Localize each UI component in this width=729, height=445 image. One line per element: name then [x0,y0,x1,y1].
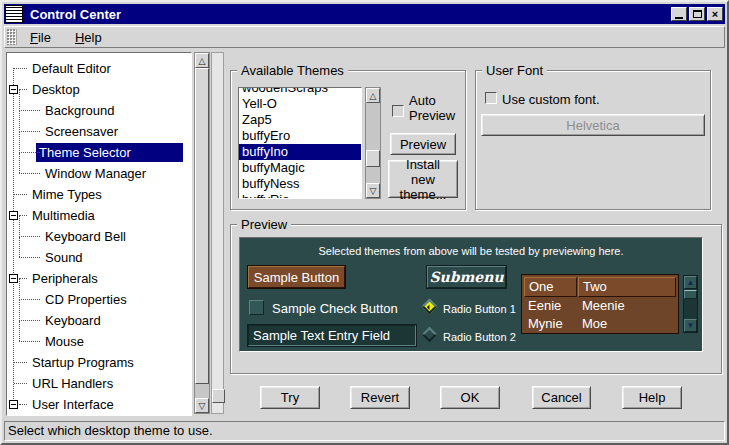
theme-list-item[interactable]: buffyMagic [239,160,361,176]
use-custom-font-checkbox[interactable] [485,92,497,104]
ok-button[interactable]: OK [440,386,500,409]
user-font-group: User Font Use custom font. Helvetica [475,70,711,210]
preview-label: Preview [237,217,291,232]
theme-list-item[interactable]: buffyIno [239,144,361,160]
sidebar-item-background[interactable]: Background [7,100,191,121]
sidebar-item-startup-programs[interactable]: Startup Programs [7,352,191,373]
preview-table-header: OneTwo [522,275,678,297]
scroll-down-icon[interactable] [366,183,380,198]
table-row[interactable]: EenieMeenie [522,297,678,315]
install-new-theme-button[interactable]: Install new theme... [388,160,458,198]
table-row[interactable]: MynieMoe [522,315,678,333]
sidebar-item-mime-types[interactable]: Mime Types [7,184,191,205]
sidebar-item-theme-selector[interactable]: Theme Selector [7,142,191,163]
table-cell: Mynie [524,315,578,333]
maximize-button[interactable] [689,7,705,21]
preview-table-header-cell[interactable]: Two [578,277,676,297]
table-cell: Meenie [578,297,676,315]
tree-expander-icon[interactable] [9,85,18,94]
pane-divider [211,52,224,414]
preview-table-body: EenieMeenieMynieMoe [522,297,678,333]
tree-expander-icon[interactable] [9,211,18,220]
scroll-down-icon[interactable] [684,319,697,332]
sidebar-scrollbar-thumb[interactable] [195,68,209,384]
tree-item-label: Startup Programs [29,353,137,372]
scroll-down-icon[interactable] [195,398,209,413]
sample-button[interactable]: Sample Button [248,266,345,288]
table-cell: Eenie [524,297,578,315]
sample-text-entry[interactable]: Sample Text Entry Field [248,325,416,346]
available-themes-label: Available Themes [237,63,348,78]
sidebar-item-desktop[interactable]: Desktop [7,79,191,100]
tree-item-label: Mime Types [29,185,105,204]
radio-button-1-label: Radio Button 1 [443,303,516,315]
help-button[interactable]: Help [622,386,682,409]
tree-item-label: Sound [42,248,86,267]
menu-help[interactable]: Help [68,27,109,48]
menubar-drag-handle-icon[interactable] [7,29,17,45]
sidebar-item-sound[interactable]: Sound [7,247,191,268]
theme-preview-panel: Selected themes from above will be teste… [239,237,703,352]
window-menu-icon[interactable] [5,5,23,23]
theme-list-item[interactable]: Zap5 [239,112,361,128]
table-cell: Moe [578,315,676,333]
tree-expander-icon[interactable] [9,400,18,409]
sidebar-item-cd-properties[interactable]: CD Properties [7,289,191,310]
sample-checkbox[interactable] [249,300,264,315]
tree-item-label: User Interface [29,395,117,414]
theme-list-item[interactable]: buffyRio [239,192,361,199]
try-button[interactable]: Try [260,386,320,409]
tree-item-label: Screensaver [42,122,121,141]
revert-button[interactable]: Revert [350,386,410,409]
sidebar-item-keyboard[interactable]: Keyboard [7,310,191,331]
menu-file[interactable]: File [23,27,58,48]
sidebar-tree-panel: Default EditorDesktopBackgroundScreensav… [6,52,192,416]
tree-item-label: Window Manager [42,164,149,183]
preview-table: OneTwo EenieMeenieMynieMoe [521,274,679,334]
control-center-window: Control Center × File Help Default Edito… [0,0,729,445]
preview-table-header-cell[interactable]: One [524,277,577,297]
sidebar-item-peripherals[interactable]: Peripherals [7,268,191,289]
sidebar-item-default-editor[interactable]: Default Editor [7,58,191,79]
user-font-label: User Font [482,63,547,78]
sidebar-item-user-interface[interactable]: User Interface [7,394,191,415]
font-picker-button: Helvetica [481,114,705,136]
tree-expander-icon[interactable] [9,274,18,283]
sidebar-item-window-manager[interactable]: Window Manager [7,163,191,184]
theme-list-scrollbar-thumb[interactable] [366,150,380,167]
scroll-up-icon[interactable] [195,53,209,68]
cancel-button[interactable]: Cancel [532,386,591,409]
sidebar-item-screensaver[interactable]: Screensaver [7,121,191,142]
scroll-up-icon[interactable] [684,276,697,289]
sidebar-item-url-handlers[interactable]: URL Handlers [7,373,191,394]
window-controls: × [671,7,723,21]
theme-list-item[interactable]: woodenScraps [239,87,361,96]
theme-selector-page: Available Themes woodenScrapsYell-OZap5b… [224,49,725,420]
sidebar-item-multimedia[interactable]: Multimedia [7,205,191,226]
sidebar-item-keyboard-bell[interactable]: Keyboard Bell [7,226,191,247]
radio-button-2[interactable] [422,327,438,343]
sidebar-vertical-scrollbar[interactable] [194,52,210,414]
maximize-icon [693,10,702,18]
preview-table-scrollbar-thumb[interactable] [684,290,697,299]
theme-list-item[interactable]: buffyEro [239,128,361,144]
scroll-up-icon[interactable] [366,88,380,103]
radio-button-1[interactable] [422,299,438,315]
radio-button-2-label: Radio Button 2 [443,331,516,343]
auto-preview-checkbox[interactable] [392,105,404,117]
theme-list: woodenScrapsYell-OZap5buffyErobuffyInobu… [239,87,361,199]
preview-button[interactable]: Preview [390,133,456,155]
theme-list-scrollbar[interactable] [365,87,381,199]
menubar: File Help [4,26,725,48]
sidebar-item-mouse[interactable]: Mouse [7,331,191,352]
minimize-button[interactable] [671,7,687,21]
theme-list-item[interactable]: Yell-O [239,96,361,112]
close-button[interactable]: × [707,7,723,21]
submenu-item[interactable]: Submenu [427,266,506,288]
preview-table-scrollbar[interactable] [683,275,698,333]
tree-item-label: Peripherals [29,269,101,288]
tree-item-label: Multimedia [29,206,98,225]
theme-list-item[interactable]: buffyNess [239,176,361,192]
tree-item-label: Theme Selector [36,143,183,162]
close-icon: × [712,9,718,20]
